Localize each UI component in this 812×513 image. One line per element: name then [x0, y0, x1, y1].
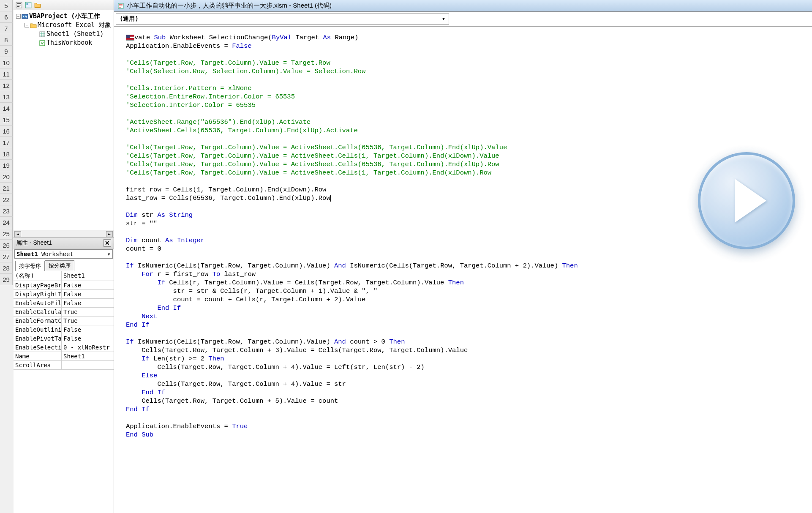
property-row[interactable]: DisplayPageBreFalse [14, 281, 114, 290]
scroll-right-icon[interactable]: ► [106, 231, 113, 237]
property-name: Name [14, 352, 62, 360]
vbaproject-icon [22, 13, 28, 20]
left-panel: − VBAProject (小车工作 − Microsoft Excel 对象 [14, 0, 114, 513]
property-row[interactable]: EnableAutoFiltFalse [14, 299, 114, 308]
property-name: EnableOutlinin [14, 325, 62, 334]
row-num: 13 [0, 91, 13, 103]
scroll-left-icon[interactable]: ◄ [14, 231, 21, 237]
row-num: 24 [0, 217, 13, 228]
property-value[interactable]: True [62, 308, 114, 316]
row-num: 29 [0, 274, 13, 285]
excel-row-numbers: 5 6 7 8 9 10 11 12 13 14 15 16 17 18 19 … [0, 0, 13, 285]
property-value[interactable]: False [62, 281, 114, 289]
row-num: 28 [0, 262, 13, 274]
view-code-icon[interactable] [15, 1, 23, 9]
property-name: ScrollArea [14, 361, 62, 369]
horizontal-scrollbar[interactable]: ◄ ► [14, 230, 114, 237]
properties-window: 属性 - Sheet1 ✕ Sheet1 Worksheet ▾ 按字母序 按分… [14, 237, 114, 513]
chevron-down-icon: ▾ [442, 15, 445, 23]
play-button-overlay[interactable] [698, 152, 795, 249]
property-row[interactable]: EnableFormatCoTrue [14, 317, 114, 325]
workbook-node[interactable]: ThisWorkbook [46, 38, 92, 47]
row-num: 5 [0, 0, 13, 11]
row-num: 8 [0, 34, 13, 46]
row-num: 17 [0, 137, 13, 148]
row-num: 20 [0, 171, 13, 183]
properties-grid[interactable]: (名称)Sheet1DisplayPageBreFalseDisplayRigh… [14, 271, 114, 513]
vbe-editor: − VBAProject (小车工作 − Microsoft Excel 对象 [14, 0, 812, 513]
property-value[interactable] [62, 361, 114, 369]
property-name: (名称) [14, 271, 62, 281]
collapse-icon[interactable]: − [16, 14, 21, 19]
property-value[interactable]: False [62, 334, 114, 343]
tab-alphabetic[interactable]: 按字母序 [15, 261, 45, 271]
row-num: 21 [0, 183, 13, 194]
row-num: 9 [0, 46, 13, 57]
row-num: 18 [0, 148, 13, 160]
property-name: DisplayRightTo [14, 290, 62, 298]
property-row[interactable]: EnablePivotTabFalse [14, 334, 114, 343]
svg-rect-4 [40, 32, 45, 37]
property-name: EnableFormatCo [14, 317, 62, 325]
row-num: 23 [0, 205, 13, 217]
property-name: EnablePivotTab [14, 334, 62, 343]
property-name: EnableSelectio [14, 343, 62, 352]
row-num: 12 [0, 80, 13, 91]
property-row[interactable]: (名称)Sheet1 [14, 271, 114, 281]
folder-icon [30, 22, 37, 29]
close-icon[interactable]: ✕ [104, 239, 111, 247]
row-num: 7 [0, 23, 13, 34]
properties-titlebar: 属性 - Sheet1 ✕ [14, 238, 114, 248]
property-value[interactable]: False [62, 299, 114, 307]
sheet-node[interactable]: Sheet1 (Sheet1) [46, 30, 104, 38]
svg-rect-2 [27, 3, 29, 5]
property-row[interactable]: ScrollArea [14, 361, 114, 370]
property-row[interactable]: EnableOutlininFalse [14, 325, 114, 334]
row-num: 11 [0, 68, 13, 80]
property-value[interactable]: False [62, 325, 114, 334]
row-num: 26 [0, 240, 13, 251]
project-root-label[interactable]: VBAProject (小车工作 [29, 12, 100, 21]
code-titlebar: 小车工作自动化的一小步，人类的躺平事业的一大步.xlsm - Sheet1 (代… [114, 0, 812, 12]
worksheet-icon [39, 31, 46, 38]
property-value[interactable]: Sheet1 [62, 271, 114, 281]
property-name: EnableAutoFilt [14, 299, 62, 307]
property-value[interactable]: Sheet1 [62, 352, 114, 360]
collapse-icon[interactable]: − [25, 23, 29, 27]
row-num: 19 [0, 160, 13, 171]
tab-categorized[interactable]: 按分类序 [45, 260, 74, 271]
workbook-icon [39, 40, 46, 46]
project-explorer[interactable]: − VBAProject (小车工作 − Microsoft Excel 对象 [14, 10, 114, 237]
property-value[interactable]: True [62, 317, 114, 325]
property-row[interactable]: EnableSelectio0 - xlNoRestr [14, 343, 114, 352]
row-num: 25 [0, 228, 13, 240]
property-name: DisplayPageBre [14, 281, 62, 289]
row-num: 6 [0, 11, 13, 23]
object-dropdown[interactable]: (通用) ▾ [116, 14, 449, 25]
code-title-label: 小车工作自动化的一小步，人类的躺平事业的一大步.xlsm - Sheet1 (代… [127, 2, 332, 10]
view-object-icon[interactable] [25, 1, 32, 9]
object-selector[interactable]: Sheet1 Worksheet ▾ [14, 249, 113, 259]
row-num: 10 [0, 57, 13, 68]
code-editor[interactable]: vate Sub Worksheet_SelectionChange(ByVal… [114, 27, 812, 513]
text-cursor [330, 195, 331, 202]
property-value[interactable]: False [62, 290, 114, 298]
row-num: 16 [0, 126, 13, 137]
property-name: EnableCalculat [14, 308, 62, 316]
properties-title-label: 属性 - Sheet1 [16, 239, 52, 247]
property-row[interactable]: DisplayRightToFalse [14, 290, 114, 299]
code-dropdown-bar: (通用) ▾ [114, 12, 812, 27]
chevron-down-icon: ▾ [107, 251, 111, 257]
folder-label[interactable]: Microsoft Excel 对象 [38, 21, 112, 30]
row-num: 27 [0, 251, 13, 262]
folder-icon[interactable] [34, 1, 41, 9]
row-num: 22 [0, 194, 13, 205]
code-module-icon [117, 3, 124, 9]
property-row[interactable]: NameSheet1 [14, 352, 114, 361]
property-value[interactable]: 0 - xlNoRestr [62, 343, 114, 352]
object-dropdown-label: (通用) [120, 15, 139, 23]
svg-rect-3 [22, 14, 28, 19]
row-num: 14 [0, 103, 13, 114]
properties-tabs: 按字母序 按分类序 [14, 259, 114, 271]
property-row[interactable]: EnableCalculatTrue [14, 308, 114, 317]
